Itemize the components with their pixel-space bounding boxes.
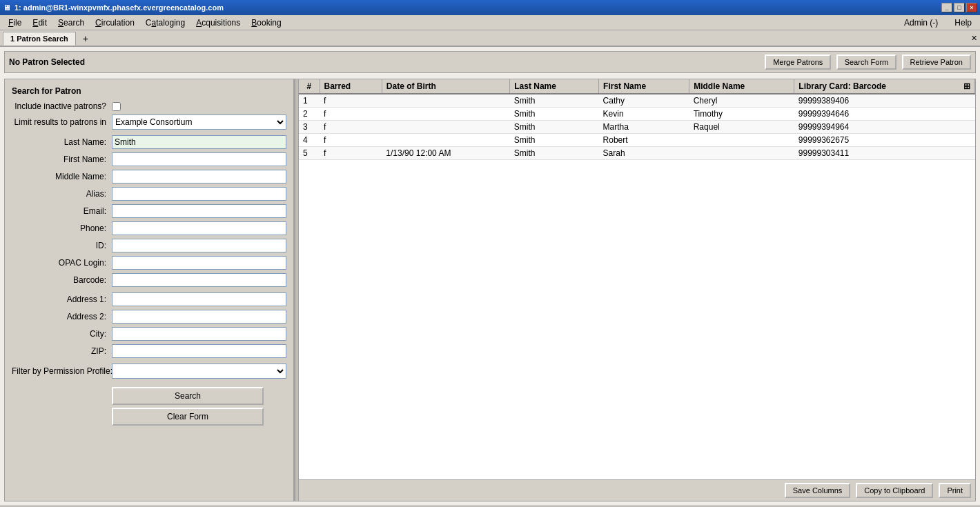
cell-first: Martha: [599, 121, 689, 134]
content-area: Search for Patron Include inactive patro…: [4, 79, 976, 501]
include-inactive-checkbox[interactable]: [112, 102, 121, 111]
clear-form-button[interactable]: Clear Form: [112, 408, 264, 426]
col-num[interactable]: #: [299, 79, 320, 94]
patron-status: No Patron Selected: [9, 57, 85, 67]
first-name-input[interactable]: [112, 152, 286, 166]
cell-barcode: 99999394646: [794, 108, 975, 121]
menu-circulation[interactable]: Circulation: [90, 17, 140, 29]
cell-num: 4: [299, 134, 320, 147]
cell-last: Smith: [510, 121, 599, 134]
table-row[interactable]: 3 f Smith Martha Raquel 99999394964: [299, 121, 975, 134]
permission-profile-row: Filter by Permission Profile:: [12, 364, 286, 379]
col-first[interactable]: First Name: [599, 79, 689, 94]
save-columns-button[interactable]: Save Columns: [785, 483, 851, 498]
opac-login-row: OPAC Login:: [12, 256, 286, 270]
table-row[interactable]: 5 f 1/13/90 12:00 AM Smith Sarah 9999930…: [299, 147, 975, 160]
table-row[interactable]: 1 f Smith Cathy Cheryl 99999389406: [299, 94, 975, 108]
cell-barcode: 99999303411: [794, 147, 975, 160]
city-input[interactable]: [112, 327, 286, 341]
menu-file[interactable]: File: [3, 17, 27, 29]
menu-search[interactable]: Search: [52, 17, 90, 29]
tab-close-button[interactable]: ✕: [971, 34, 977, 43]
title-bar-title: 🖥 1: admin@BR1-winxpvmfx.phasefx.evergre…: [3, 3, 224, 12]
menu-edit[interactable]: Edit: [27, 17, 52, 29]
middle-name-input[interactable]: [112, 170, 286, 183]
include-inactive-row: Include inactive patrons?: [12, 101, 286, 111]
zip-input[interactable]: [112, 344, 286, 358]
minimize-button[interactable]: _: [941, 3, 952, 12]
alias-label: Alias:: [12, 189, 112, 199]
cell-last: Smith: [510, 134, 599, 147]
limit-results-select[interactable]: Example Consortium: [112, 115, 286, 130]
header-buttons: Merge Patrons Search Form Retrieve Patro…: [762, 54, 971, 70]
cell-num: 3: [299, 121, 320, 134]
search-form-title: Search for Patron: [12, 86, 286, 96]
title-bar-controls: _ □ ×: [941, 3, 977, 12]
menu-acquisitions[interactable]: Acquisitions: [190, 17, 246, 29]
help-menu[interactable]: Help: [949, 17, 977, 29]
barcode-input[interactable]: [112, 273, 286, 287]
opac-login-input[interactable]: [112, 256, 286, 270]
col-middle[interactable]: Middle Name: [689, 79, 794, 94]
top-bar: No Patron Selected Merge Patrons Search …: [4, 51, 976, 73]
cell-num: 5: [299, 147, 320, 160]
copy-to-clipboard-button[interactable]: Copy to Clipboard: [856, 483, 933, 498]
col-dob[interactable]: Date of Birth: [382, 79, 509, 94]
search-button[interactable]: Search: [112, 387, 264, 405]
address1-label: Address 1:: [12, 295, 112, 304]
opac-login-label: OPAC Login:: [12, 258, 112, 268]
cell-middle: Timothy: [689, 108, 794, 121]
title-bar: 🖥 1: admin@BR1-winxpvmfx.phasefx.evergre…: [0, 0, 980, 15]
table-row[interactable]: 2 f Smith Kevin Timothy 99999394646: [299, 108, 975, 121]
last-name-row: Last Name:: [12, 135, 286, 149]
merge-patrons-button[interactable]: Merge Patrons: [765, 54, 831, 70]
menu-right: Admin (-) Help: [899, 17, 977, 29]
col-barred[interactable]: Barred: [320, 79, 382, 94]
col-barcode[interactable]: Library Card: Barcode ⊞: [794, 79, 975, 94]
column-resize-icon: ⊞: [963, 81, 970, 91]
bottom-bar: Save Columns Copy to Clipboard Print: [299, 479, 975, 501]
city-row: City:: [12, 327, 286, 341]
include-inactive-label: Include inactive patrons?: [12, 101, 112, 111]
email-label: Email:: [12, 206, 112, 216]
permission-profile-select[interactable]: [112, 364, 286, 379]
id-input[interactable]: [112, 239, 286, 252]
tab-bar: 1 Patron Search + ✕: [0, 30, 980, 47]
tab-patron-search[interactable]: 1 Patron Search: [3, 32, 76, 46]
cell-dob: [382, 134, 509, 147]
cell-barred: f: [320, 147, 382, 160]
cell-barcode: 99999362675: [794, 134, 975, 147]
last-name-label: Last Name:: [12, 137, 112, 147]
cell-first: Cathy: [599, 94, 689, 108]
cell-barred: f: [320, 121, 382, 134]
cell-num: 2: [299, 108, 320, 121]
close-button[interactable]: ×: [966, 3, 977, 12]
table-header-row: # Barred Date of Birth Last Name First N…: [299, 79, 975, 94]
cell-dob: 1/13/90 12:00 AM: [382, 147, 509, 160]
alias-input[interactable]: [112, 187, 286, 201]
cell-first: Robert: [599, 134, 689, 147]
tab-add-button[interactable]: +: [77, 32, 94, 46]
last-name-input[interactable]: [112, 135, 286, 149]
results-table-wrapper: # Barred Date of Birth Last Name First N…: [299, 79, 975, 479]
limit-results-label: Limit results to patrons in: [12, 117, 112, 127]
retrieve-patron-button[interactable]: Retrieve Patron: [902, 54, 971, 70]
cell-middle: [689, 134, 794, 147]
address1-input[interactable]: [112, 292, 286, 306]
address2-input[interactable]: [112, 310, 286, 324]
menu-cataloging[interactable]: Cataloging: [140, 17, 190, 29]
results-panel: # Barred Date of Birth Last Name First N…: [299, 79, 975, 501]
menu-bar: File Edit Search Circulation Cataloging …: [0, 15, 980, 30]
email-input[interactable]: [112, 204, 286, 218]
admin-menu[interactable]: Admin (-): [899, 17, 943, 29]
col-last[interactable]: Last Name: [510, 79, 599, 94]
menu-booking[interactable]: Booking: [246, 17, 286, 29]
zip-label: ZIP:: [12, 346, 112, 356]
city-label: City:: [12, 329, 112, 339]
phone-input[interactable]: [112, 221, 286, 235]
table-row[interactable]: 4 f Smith Robert 99999362675: [299, 134, 975, 147]
middle-name-row: Middle Name:: [12, 170, 286, 183]
search-form-button[interactable]: Search Form: [836, 54, 897, 70]
maximize-button[interactable]: □: [954, 3, 965, 12]
print-button[interactable]: Print: [939, 483, 971, 498]
